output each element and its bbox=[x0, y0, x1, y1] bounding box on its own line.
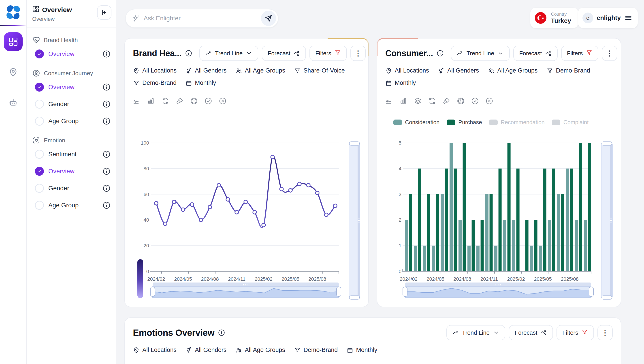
more-menu-button[interactable]: ⋮ bbox=[350, 46, 366, 61]
x-circle-icon bbox=[486, 97, 493, 105]
checked-circle-icon[interactable] bbox=[35, 167, 44, 176]
tool-brush-icon[interactable] bbox=[442, 97, 450, 105]
tool-check-circle-icon[interactable] bbox=[204, 97, 212, 105]
info-icon[interactable] bbox=[102, 50, 110, 58]
sidebar-item-age-group[interactable]: Age Group bbox=[32, 198, 110, 212]
unchecked-circle-icon[interactable] bbox=[35, 184, 44, 193]
sidebar-item-overview[interactable]: Overview bbox=[32, 164, 110, 178]
forecast-button[interactable]: Forecast bbox=[262, 46, 306, 61]
trend-line-button[interactable]: Trend Line bbox=[451, 46, 510, 61]
chevron-down-icon bbox=[493, 329, 500, 336]
more-menu-button[interactable]: ⋮ bbox=[602, 46, 617, 61]
collapse-icon bbox=[101, 9, 108, 16]
tool-x-circle-icon[interactable] bbox=[486, 97, 493, 105]
info-icon[interactable] bbox=[436, 50, 444, 57]
filters-button[interactable]: Filters bbox=[561, 46, 598, 61]
funnel-icon bbox=[334, 49, 341, 56]
sidebar-item-gender[interactable]: Gender bbox=[32, 181, 110, 195]
info-icon[interactable] bbox=[102, 83, 110, 91]
filter-chip-share-of-voice: Share-Of-Voice bbox=[294, 67, 345, 74]
tool-layers-icon[interactable] bbox=[414, 97, 422, 105]
tool-x-circle-icon[interactable] bbox=[219, 97, 226, 105]
info-icon[interactable] bbox=[102, 201, 110, 209]
sidebar-item-overview[interactable]: Overview bbox=[32, 47, 110, 61]
info-icon bbox=[102, 83, 110, 91]
svg-text:5: 5 bbox=[399, 140, 402, 146]
location-pin-icon bbox=[385, 67, 392, 74]
sidebar-item-gender[interactable]: Gender bbox=[32, 97, 110, 111]
vertical-zoom-slider[interactable] bbox=[349, 143, 360, 298]
ask-enlighter-searchbar bbox=[125, 9, 278, 28]
forecast-button[interactable]: Forecast bbox=[509, 325, 553, 340]
info-icon bbox=[436, 50, 444, 57]
check-icon bbox=[37, 169, 42, 174]
forecast-button[interactable]: Forecast bbox=[513, 46, 558, 61]
send-button[interactable] bbox=[261, 11, 276, 26]
tool-line-chart-icon[interactable] bbox=[133, 97, 140, 105]
send-icon bbox=[265, 15, 272, 22]
country-selector[interactable]: Country Turkey bbox=[530, 8, 578, 28]
country-value: Turkey bbox=[551, 17, 571, 25]
tool-alert-circle-icon[interactable] bbox=[457, 97, 464, 105]
svg-text:2024/11: 2024/11 bbox=[480, 276, 498, 282]
more-menu-button[interactable]: ⋮ bbox=[598, 325, 613, 340]
info-icon bbox=[102, 167, 110, 175]
range-brush[interactable] bbox=[150, 282, 341, 297]
filters-button[interactable]: Filters bbox=[556, 325, 594, 340]
sidebar-item-sentiment[interactable]: Sentiment bbox=[32, 147, 110, 161]
tool-alert-circle-icon[interactable] bbox=[190, 97, 198, 105]
info-icon[interactable] bbox=[102, 100, 110, 108]
filter-chip-monthly: Monthly bbox=[186, 80, 216, 86]
user-menu[interactable]: e enlighty bbox=[578, 8, 638, 28]
vertical-zoom-slider[interactable] bbox=[601, 143, 613, 298]
slider-handle-top[interactable] bbox=[602, 142, 612, 146]
brush-handle-left[interactable] bbox=[403, 287, 407, 296]
collapse-sidebar-button[interactable] bbox=[97, 5, 112, 20]
tool-bar-chart-icon[interactable] bbox=[400, 97, 407, 105]
tool-check-circle-icon[interactable] bbox=[471, 97, 479, 105]
filter-chip-all-genders: All Genders bbox=[186, 346, 226, 353]
tool-refresh-icon[interactable] bbox=[162, 97, 169, 105]
card-title: Emotions Overview bbox=[133, 328, 214, 338]
brush-handle-left[interactable] bbox=[150, 287, 155, 296]
checked-circle-icon[interactable] bbox=[35, 50, 44, 59]
info-icon[interactable] bbox=[102, 184, 110, 192]
slider-handle-top[interactable] bbox=[349, 142, 360, 146]
brand-health-line-chart[interactable]: 0204060801002024/022024/052024/082024/11… bbox=[133, 117, 345, 299]
rail-item-bot[interactable] bbox=[4, 93, 22, 112]
calendar-icon bbox=[346, 347, 353, 353]
search-input[interactable] bbox=[144, 15, 257, 22]
chevron-down-icon bbox=[246, 50, 252, 57]
checked-circle-icon[interactable] bbox=[35, 83, 44, 92]
range-brush[interactable] bbox=[403, 282, 594, 297]
tool-refresh-icon[interactable] bbox=[428, 97, 436, 105]
rail-item-grid[interactable] bbox=[4, 32, 22, 51]
unchecked-circle-icon[interactable] bbox=[35, 100, 44, 109]
filters-button[interactable]: Filters bbox=[310, 46, 347, 61]
unchecked-circle-icon[interactable] bbox=[35, 117, 44, 126]
info-icon[interactable] bbox=[102, 167, 110, 175]
consumer-journey-bar-chart[interactable]: 0123452024/022024/052024/082024/112025/0… bbox=[385, 117, 598, 299]
info-icon[interactable] bbox=[218, 329, 225, 336]
slider-handle-bottom[interactable] bbox=[349, 295, 360, 299]
unchecked-circle-icon[interactable] bbox=[35, 150, 44, 159]
brush-handle-right[interactable] bbox=[336, 287, 341, 296]
slider-handle-bottom[interactable] bbox=[602, 295, 612, 299]
rail-item-location-pin[interactable] bbox=[4, 63, 22, 82]
info-icon[interactable] bbox=[102, 150, 110, 158]
trend-line-button[interactable]: Trend Line bbox=[200, 46, 258, 61]
tool-brush-icon[interactable] bbox=[176, 97, 184, 105]
info-icon[interactable] bbox=[185, 50, 192, 57]
funnel-icon bbox=[546, 67, 553, 74]
sidebar-item-age-group[interactable]: Age Group bbox=[32, 114, 110, 128]
trend-line-button[interactable]: Trend Line bbox=[446, 325, 505, 340]
tool-line-chart-icon[interactable] bbox=[385, 97, 393, 105]
tool-bar-chart-icon[interactable] bbox=[147, 97, 155, 105]
svg-text:80: 80 bbox=[144, 166, 149, 171]
section-label-brand-health: Brand Health bbox=[32, 36, 110, 44]
brush-handle-right[interactable] bbox=[589, 287, 594, 296]
unchecked-circle-icon[interactable] bbox=[35, 201, 44, 210]
info-icon[interactable] bbox=[102, 117, 110, 125]
filter-chip-all-age-groups: All Age Groups bbox=[236, 67, 285, 74]
sidebar-item-overview[interactable]: Overview bbox=[32, 80, 110, 94]
